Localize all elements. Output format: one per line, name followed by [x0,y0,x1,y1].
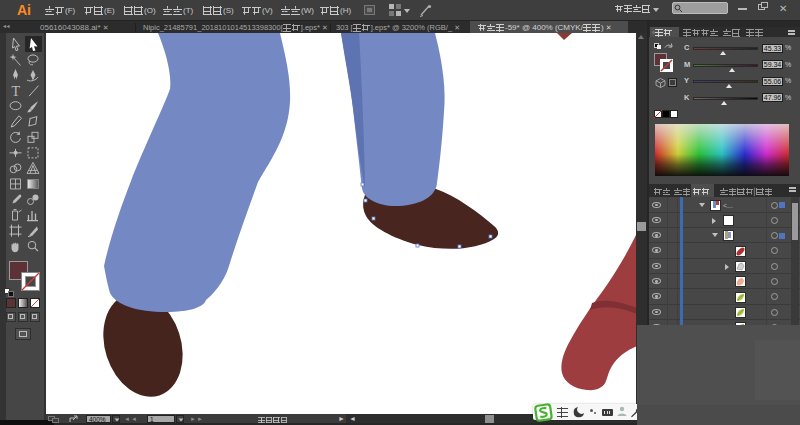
svg-text:T: T [12,84,21,99]
